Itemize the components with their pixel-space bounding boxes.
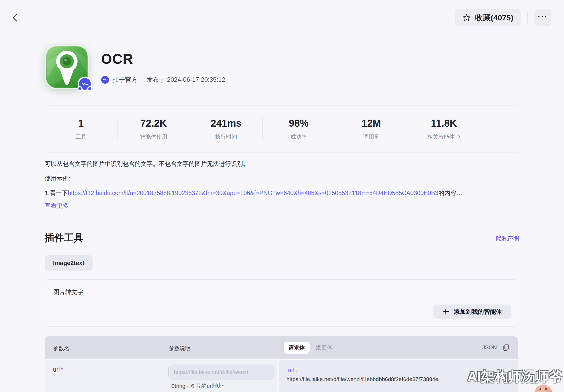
copy-icon [502, 344, 510, 352]
description-line: 可以从包含文字的图片中识别包含的文字。不包含文字的图片无法进行识别。 [45, 159, 518, 168]
example-suffix: 的内容… [438, 190, 462, 196]
favorite-button[interactable]: 收藏(4075) [455, 9, 521, 26]
privacy-statement-link[interactable]: 隐私声明 [496, 235, 519, 242]
description-example-line: 1.看一下https://t12.baidu.com/it/u=20018758… [45, 189, 518, 197]
stat-calls: 12M 调用量 [335, 118, 408, 141]
copy-button[interactable] [502, 344, 510, 352]
stat-tools: 1 工具 [45, 118, 117, 141]
separator-dot: · [141, 76, 143, 83]
stat-value: 12M [335, 118, 408, 129]
example-prefix: 1.看一下 [45, 190, 68, 196]
param-url-input[interactable] [168, 365, 274, 379]
stat-value: 11.8K [408, 118, 480, 129]
stat-label: 相关智能体 [427, 133, 455, 141]
more-dots: ··· [538, 12, 548, 21]
stat-value: 1 [45, 118, 117, 129]
param-cell: url* String · 图片的url地址 [45, 360, 277, 392]
body-tabs: 请求体 返回体 [284, 336, 332, 359]
params-table-header: 参数名 参数说明 请求体 返回体 JSON [45, 336, 518, 359]
column-header-param-name: 参数名 [53, 345, 69, 352]
params-table: 参数名 参数说明 请求体 返回体 JSON url* String · 图片的u… [45, 336, 518, 392]
mascot-avatar [535, 385, 552, 392]
publisher-name: 扣子官方 [113, 75, 138, 84]
top-actions: 收藏(4075) ··· [455, 9, 551, 26]
tab-response-body[interactable]: 返回体 [316, 344, 332, 351]
chevron-right-icon [457, 134, 461, 139]
divider [45, 220, 518, 220]
stats-row: 1 工具 72.2K 智能体使用 241ms 执行时间 98% 成功率 12M … [45, 106, 480, 153]
add-to-my-agents-button[interactable]: 添加到我的智能体 [433, 305, 511, 319]
stat-related-agents[interactable]: 11.8K 相关智能体 [408, 118, 480, 141]
stat-label: 调用量 [363, 133, 380, 141]
coze-mascot-badge-icon [76, 76, 93, 93]
divider [527, 12, 528, 24]
back-button[interactable] [9, 12, 21, 24]
stat-value: 98% [262, 118, 335, 129]
add-button-label: 添加到我的智能体 [454, 308, 502, 316]
stat-label: 智能体使用 [140, 133, 167, 141]
divider [45, 153, 518, 153]
example-url-link[interactable]: https://t12.baidu.com/it/u=2001875888,19… [68, 190, 438, 196]
params-table-row: url* String · 图片的url地址 url : https://fil… [45, 360, 518, 392]
stat-exec-time: 241ms 执行时间 [190, 118, 262, 141]
watermark-text: AI架构师汤师爷 [467, 368, 562, 386]
favorite-label: 收藏(4075) [475, 13, 513, 23]
star-icon [462, 14, 471, 22]
tab-request-body[interactable]: 请求体 [284, 342, 310, 354]
json-format-label: JSON [482, 344, 497, 350]
stat-value: 72.2K [117, 118, 190, 129]
description-line: 使用示例: [45, 174, 518, 183]
publisher-badge-icon [101, 76, 109, 84]
required-asterisk: * [61, 366, 63, 373]
stat-label: 执行时间 [215, 133, 237, 141]
plus-icon [442, 308, 449, 315]
stat-agent-usage: 72.2K 智能体使用 [117, 118, 190, 141]
see-more-link[interactable]: 查看更多 [45, 201, 69, 210]
chevron-left-icon [11, 13, 19, 22]
tool-card: 图片转文字 添加到我的智能体 [45, 279, 518, 327]
more-button[interactable]: ··· [534, 9, 551, 26]
publish-date: 发布于 2024-06-17 20:35:12 [146, 75, 225, 84]
page-title: OCR [101, 51, 133, 67]
section-title-plugin-tools: 插件工具 [45, 231, 83, 244]
column-header-param-desc: 参数说明 [169, 345, 191, 352]
stat-success-rate: 98% 成功率 [262, 118, 335, 141]
tool-card-name: 图片转文字 [53, 288, 83, 296]
publisher-row: 扣子官方 · 发布于 2024-06-17 20:35:12 [101, 75, 225, 84]
tool-tab-image2text[interactable]: Image2text [45, 255, 93, 271]
stat-label: 成功率 [291, 133, 307, 141]
stat-value: 241ms [190, 118, 262, 129]
param-type-desc: String · 图片的url地址 [171, 382, 224, 390]
param-name-text: url [53, 366, 60, 373]
param-name: url* [53, 366, 63, 373]
plugin-description: 可以从包含文字的图片中识别包含的文字。不包含文字的图片无法进行识别。 使用示例:… [45, 159, 518, 210]
json-key: url : [288, 367, 298, 373]
stat-label: 工具 [75, 133, 86, 141]
